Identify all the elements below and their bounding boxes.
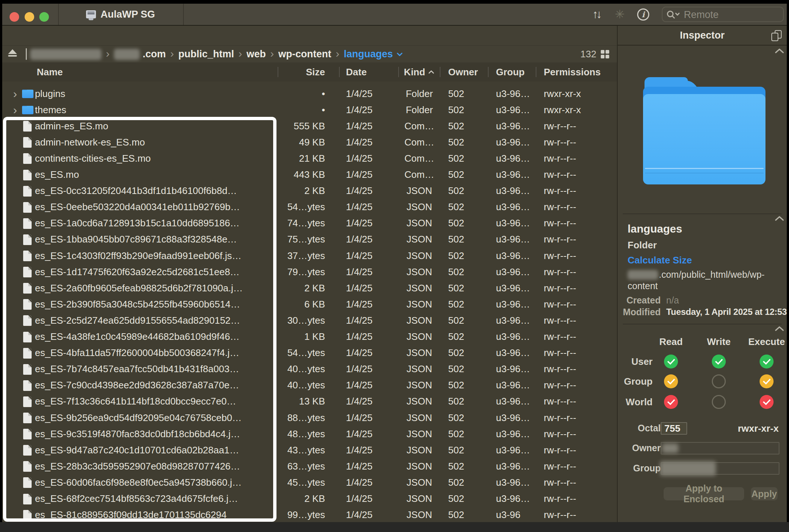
file-size: 54…ytes bbox=[234, 199, 325, 215]
perm-toggle-group-write[interactable] bbox=[712, 374, 726, 388]
file-icon bbox=[23, 299, 32, 310]
perm-toggle-user-execute[interactable] bbox=[760, 355, 774, 369]
table-row[interactable]: es_ES-1a0cd6a7128913b15c1a10dd6895186…74… bbox=[2, 215, 617, 231]
breadcrumb-segment-com[interactable]: .com bbox=[114, 48, 166, 60]
table-row[interactable]: es_ES-2b390f85a3048c5b4255fb45960b6514…6… bbox=[2, 296, 617, 312]
table-row[interactable]: es_ES-1bba9045bb07c89671c88a3f328548e…75… bbox=[2, 231, 617, 248]
minimize-button[interactable] bbox=[25, 12, 34, 22]
table-row[interactable]: es_ES-28b3c3d595952907e08d98287077426…63… bbox=[2, 458, 617, 474]
apply-button[interactable]: Apply bbox=[751, 487, 778, 500]
column-header-owner[interactable]: Owner bbox=[448, 62, 478, 82]
file-owner: 502 bbox=[448, 86, 489, 102]
file-permissions: rw-r--r-- bbox=[544, 442, 614, 458]
column-header-date[interactable]: Date bbox=[346, 62, 367, 82]
table-row[interactable]: ›themes•1/4/25Folder502u3-96…rwxr-xr-x bbox=[2, 102, 617, 118]
file-size: 2 KB bbox=[234, 280, 325, 296]
octal-input[interactable] bbox=[661, 422, 687, 435]
table-row[interactable]: es_ES-0eebe503220d4a00341eb011b92769b…54… bbox=[2, 199, 617, 215]
search-field[interactable] bbox=[662, 7, 784, 22]
file-date: 1/4/25 bbox=[346, 393, 397, 410]
view-grid-icon[interactable] bbox=[601, 50, 610, 59]
table-row[interactable]: continents-cities-es_ES.mo21 KB1/4/25Com… bbox=[2, 150, 617, 166]
perm-toggle-user-write[interactable] bbox=[712, 355, 726, 369]
column-header-kind[interactable]: Kind bbox=[399, 62, 440, 82]
info-icon[interactable]: i bbox=[637, 8, 649, 21]
sort-ascending-icon bbox=[428, 70, 435, 74]
table-row[interactable]: es_ES-2c5d274ea625dd91556554ad8290152…30… bbox=[2, 312, 617, 328]
close-button[interactable] bbox=[10, 12, 19, 22]
perm-toggle-world-execute[interactable] bbox=[760, 395, 774, 409]
table-row[interactable]: es_ES-1c4303f02ff93b290e9faad991eeb06f.j… bbox=[2, 248, 617, 264]
search-input[interactable] bbox=[683, 8, 780, 21]
perm-toggle-group-read[interactable] bbox=[664, 374, 678, 388]
file-owner: 502 bbox=[448, 264, 489, 280]
tab-aulawp-sg[interactable]: AulaWP SG bbox=[58, 4, 183, 25]
file-kind: JSON bbox=[399, 377, 440, 393]
table-row[interactable]: es_ES-7b74c8457eaa7fcc50db41b431f8a003…4… bbox=[2, 361, 617, 377]
table-row[interactable]: es_ES-0cc31205f20441b3df1d1b46100f6b8d…2… bbox=[2, 183, 617, 199]
file-kind: JSON bbox=[399, 393, 440, 410]
apply-to-enclosed-button[interactable]: Apply to Enclosed bbox=[664, 487, 744, 500]
perm-toggle-world-read[interactable] bbox=[664, 395, 678, 409]
disclosure-chevron[interactable]: › bbox=[10, 86, 20, 103]
breadcrumb-segment-public_html[interactable]: public_html bbox=[178, 48, 234, 60]
table-row[interactable]: admin-es_ES.mo555 KB1/4/25Com…502u3-96…r… bbox=[2, 118, 617, 134]
breadcrumb-segment-wpcontent[interactable]: wp-content bbox=[278, 48, 331, 60]
column-header-group[interactable]: Group bbox=[496, 62, 525, 82]
table-row[interactable]: es_ES-60d06fac6f98e8e8f0ec5a945738b660.j… bbox=[2, 474, 617, 490]
breadcrumb-segment-web[interactable]: web bbox=[247, 48, 266, 60]
file-owner: 502 bbox=[448, 361, 489, 377]
table-row[interactable]: es_ES-81c889563f09dd13de1701135dc629499…… bbox=[2, 507, 617, 522]
disclosure-chevron[interactable]: › bbox=[10, 102, 20, 119]
copy-panel-icon[interactable] bbox=[771, 30, 782, 41]
transfers-icon[interactable]: ↑↓ bbox=[592, 8, 602, 21]
calculate-size-link[interactable]: Calculate Size bbox=[628, 255, 692, 266]
file-size: 30…ytes bbox=[234, 312, 325, 328]
table-row[interactable]: ›plugins•1/4/25Folder502u3-96…rwxr-xr-x bbox=[2, 86, 617, 102]
table-row[interactable]: es_ES-9b256ea9cd54df92095e04c76758ceb0…8… bbox=[2, 410, 617, 426]
file-permissions: rw-r--r-- bbox=[544, 329, 614, 345]
owner-input[interactable] bbox=[661, 442, 779, 454]
file-size: 13 KB bbox=[234, 393, 325, 410]
zoom-button[interactable] bbox=[39, 12, 49, 22]
selected-item-kind: Folder bbox=[628, 240, 657, 251]
perm-toggle-world-write[interactable] bbox=[712, 395, 726, 409]
perm-column-execute: Execute bbox=[748, 336, 785, 348]
collapse-chevron-icon[interactable] bbox=[775, 326, 784, 332]
table-row[interactable]: es_ES-9d47a87c240c1d10701cd6a02b28aa1…43… bbox=[2, 442, 617, 458]
perm-toggle-group-execute[interactable] bbox=[760, 374, 774, 388]
file-date: 1/4/25 bbox=[346, 426, 397, 442]
eject-icon[interactable] bbox=[8, 49, 17, 57]
file-permissions: rwxr-xr-x bbox=[544, 102, 614, 118]
file-group: u3-96… bbox=[496, 377, 536, 393]
file-kind: JSON bbox=[399, 329, 440, 345]
perm-toggle-user-read[interactable] bbox=[664, 355, 678, 369]
breadcrumb-segment-languages[interactable]: languages bbox=[344, 48, 403, 60]
file-size: 74…ytes bbox=[234, 215, 325, 231]
inspector-title: Inspector bbox=[680, 30, 725, 41]
collapse-chevron-icon[interactable] bbox=[775, 48, 784, 54]
activity-spinner-icon[interactable]: ✳ bbox=[615, 7, 625, 21]
table-row[interactable]: es_ES-2a60fb9605efeab98825d6b2f781090a.j… bbox=[2, 280, 617, 296]
file-icon bbox=[23, 218, 32, 229]
table-row[interactable]: es_ES.mo443 KB1/4/25Com…502u3-96…rw-r--r… bbox=[2, 167, 617, 183]
table-row[interactable]: es_ES-4a38fe1c0c45989e44682ba6109d9f46…1… bbox=[2, 329, 617, 345]
file-group: u3-96… bbox=[496, 199, 536, 215]
column-header-size[interactable]: Size bbox=[234, 62, 325, 82]
upper-strip bbox=[2, 26, 617, 45]
table-row[interactable]: es_ES-4bfa11da57ff2600004bb500368247f4.j… bbox=[2, 345, 617, 361]
file-group: u3-96… bbox=[496, 426, 536, 442]
splitter-handle[interactable] bbox=[26, 48, 27, 60]
breadcrumb-segment-redacted[interactable] bbox=[30, 49, 101, 60]
table-row[interactable]: es_ES-9c3519f4870fac83dc0dbf18cb6bd4c4.j… bbox=[2, 426, 617, 442]
table-row[interactable]: admin-network-es_ES.mo49 KB1/4/25Com…502… bbox=[2, 134, 617, 150]
collapse-chevron-icon[interactable] bbox=[775, 215, 784, 222]
table-row[interactable]: es_ES-7c90cd4398ee2d9d3628c387a87a70e…40… bbox=[2, 377, 617, 393]
table-row[interactable]: es_ES-68f2cec7514bf8563c723a4d675fcfe6.j… bbox=[2, 491, 617, 507]
column-header-perms[interactable]: Permissions bbox=[544, 62, 601, 82]
file-size: 49 KB bbox=[234, 134, 325, 150]
column-header-name[interactable]: Name bbox=[37, 62, 63, 82]
table-row[interactable]: es_ES-1d17475f620f63a92e2c5d2681c51ee8…7… bbox=[2, 264, 617, 280]
table-row[interactable]: es_ES-7f13c36c641b114bf18cd0bcc9ecc7e0…1… bbox=[2, 393, 617, 410]
file-owner: 502 bbox=[448, 312, 489, 328]
